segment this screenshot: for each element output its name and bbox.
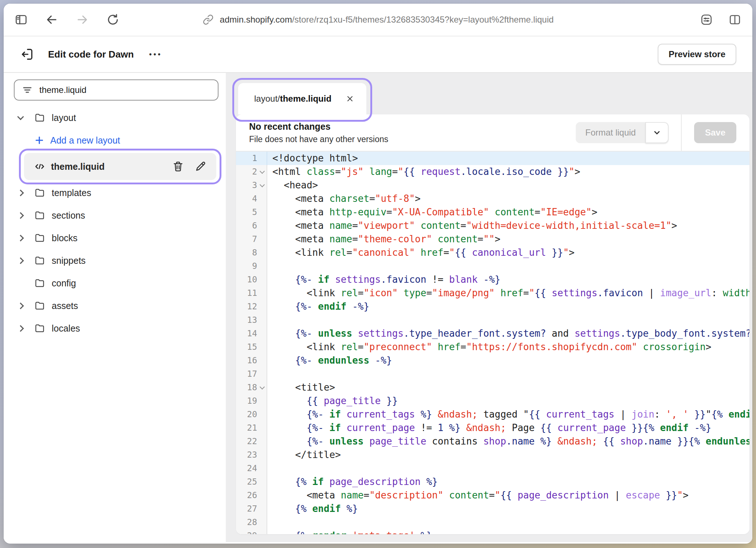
format-liquid-button[interactable]: Format liquid: [576, 122, 645, 143]
url-text: admin.shopify.com/store/rzq1xu-f5/themes…: [220, 15, 554, 25]
save-button[interactable]: Save: [694, 122, 736, 143]
split-view-icon[interactable]: [728, 12, 742, 27]
code-line-18[interactable]: 18 <title>: [236, 381, 749, 394]
sidebar-item-templates[interactable]: templates: [4, 181, 226, 204]
file-filter-box[interactable]: [14, 79, 218, 101]
chevron-right-icon[interactable]: [18, 191, 34, 195]
divider: [681, 114, 682, 151]
delete-file-icon[interactable]: [172, 160, 184, 173]
back-icon[interactable]: [44, 12, 59, 27]
sidebar-item-locales[interactable]: locales: [4, 317, 226, 340]
address-bar[interactable]: admin.shopify.com/store/rzq1xu-f5/themes…: [202, 4, 554, 36]
chevron-down-icon[interactable]: [18, 117, 34, 119]
code-line-11[interactable]: 11 <link rel="icon" type="image/png" hre…: [236, 286, 749, 300]
filter-icon: [22, 85, 33, 95]
browser-sidebar-toggle-icon[interactable]: [14, 12, 28, 27]
code-line-22[interactable]: 22 {%- unless page_title contains shop.n…: [236, 435, 749, 448]
sidebar-item-sections[interactable]: sections: [4, 204, 226, 227]
folder-icon: [34, 323, 52, 334]
close-tab-icon[interactable]: [344, 93, 356, 105]
line-number: 12: [236, 300, 267, 313]
code-line-14[interactable]: 14 {%- unless settings.type_header_font.…: [236, 327, 749, 340]
line-number: 25: [236, 475, 267, 489]
file-filter-input[interactable]: [39, 85, 210, 95]
line-number: 8: [236, 246, 267, 259]
add-layout-button[interactable]: Add a new layout: [4, 129, 226, 152]
code-line-8[interactable]: 8 <link rel="canonical" href="{{ canonic…: [236, 246, 749, 259]
line-number: 14: [236, 327, 267, 340]
code-line-25[interactable]: 25 {% if page_description %}: [236, 475, 749, 489]
code-editor-card: No recent changes File does not have any…: [236, 114, 749, 534]
line-number: 9: [236, 259, 267, 273]
code-line-1[interactable]: 1<!doctype html>: [236, 152, 749, 165]
sidebar-item-theme-liquid[interactable]: theme.liquid: [24, 153, 216, 180]
code-line-28[interactable]: 28: [236, 516, 749, 529]
plus-icon: [34, 135, 50, 145]
exit-editor-icon[interactable]: [19, 46, 35, 62]
line-number: 21: [236, 421, 267, 435]
line-number: 16: [236, 354, 267, 367]
preview-store-button[interactable]: Preview store: [658, 44, 736, 65]
sidebar-item-snippets[interactable]: snippets: [4, 249, 226, 272]
page-settings-icon[interactable]: [699, 12, 714, 27]
reload-icon[interactable]: [106, 12, 120, 27]
code-line-24[interactable]: 24: [236, 462, 749, 475]
code-area[interactable]: 1<!doctype html>2<html class="js" lang="…: [236, 152, 749, 534]
folder-icon: [34, 300, 52, 311]
chevron-right-icon[interactable]: [18, 326, 34, 331]
code-line-5[interactable]: 5 <meta http-equiv="X-UA-Compatible" con…: [236, 206, 749, 219]
code-line-6[interactable]: 6 <meta name="viewport" content="width=d…: [236, 219, 749, 232]
code-line-23[interactable]: 23 </title>: [236, 448, 749, 462]
line-number: 11: [236, 286, 267, 300]
line-number: 6: [236, 219, 267, 232]
forward-icon[interactable]: [75, 12, 90, 27]
line-number: 1: [236, 152, 267, 165]
line-number: 5: [236, 206, 267, 219]
code-line-15[interactable]: 15 <link rel="preconnect" href="https://…: [236, 340, 749, 354]
line-number: 2: [236, 165, 267, 179]
format-dropdown-chevron-icon[interactable]: [645, 122, 669, 143]
code-line-20[interactable]: 20 {%- if current_tags %} &ndash; tagged…: [236, 408, 749, 421]
code-line-29[interactable]: 29 {% render 'meta-tags' %}: [236, 529, 749, 534]
status-title: No recent changes: [249, 121, 388, 132]
code-line-19[interactable]: 19 {{ page_title }}: [236, 394, 749, 408]
chevron-right-icon[interactable]: [18, 258, 34, 263]
code-line-21[interactable]: 21 {%- if current_page != 1 %} &ndash; P…: [236, 421, 749, 435]
code-line-17[interactable]: 17: [236, 367, 749, 381]
file-tree: layout Add a new layout: [4, 106, 226, 340]
line-number: 24: [236, 462, 267, 475]
chevron-right-icon[interactable]: [18, 213, 34, 218]
line-number: 27: [236, 502, 267, 516]
line-number: 28: [236, 516, 267, 529]
more-actions-button[interactable]: •••: [149, 50, 162, 59]
code-line-4[interactable]: 4 <meta charset="utf-8">: [236, 192, 749, 206]
line-number: 23: [236, 448, 267, 462]
tab-theme-liquid[interactable]: layout/theme.liquid: [238, 83, 366, 114]
code-line-16[interactable]: 16 {%- endunless -%}: [236, 354, 749, 367]
sidebar-item-assets[interactable]: assets: [4, 294, 226, 317]
file-sidebar: layout Add a new layout: [4, 73, 226, 542]
line-number: 26: [236, 489, 267, 502]
rename-file-icon[interactable]: [194, 160, 207, 173]
code-line-26[interactable]: 26 <meta name="description" content="{{ …: [236, 489, 749, 502]
code-line-3[interactable]: 3 <head>: [236, 179, 749, 192]
page-title: Edit code for Dawn: [48, 49, 134, 60]
code-file-icon: [34, 160, 51, 173]
code-line-9[interactable]: 9: [236, 259, 749, 273]
sidebar-item-config[interactable]: config: [4, 272, 226, 294]
code-line-7[interactable]: 7 <meta name="theme-color" content="">: [236, 232, 749, 246]
chevron-right-icon[interactable]: [18, 304, 34, 308]
line-number: 22: [236, 435, 267, 448]
chevron-right-icon[interactable]: [18, 236, 34, 240]
code-line-10[interactable]: 10 {%- if settings.favicon != blank -%}: [236, 273, 749, 286]
code-line-13[interactable]: 13: [236, 313, 749, 327]
folder-icon: [34, 210, 52, 221]
sidebar-item-blocks[interactable]: blocks: [4, 227, 226, 249]
code-line-2[interactable]: 2<html class="js" lang="{{ request.local…: [236, 165, 749, 179]
code-line-12[interactable]: 12 {%- endif -%}: [236, 300, 749, 313]
line-number: 18: [236, 381, 267, 394]
line-number: 4: [236, 192, 267, 206]
code-line-27[interactable]: 27 {% endif %}: [236, 502, 749, 516]
line-number: 7: [236, 232, 267, 246]
sidebar-item-layout[interactable]: layout: [4, 106, 226, 129]
